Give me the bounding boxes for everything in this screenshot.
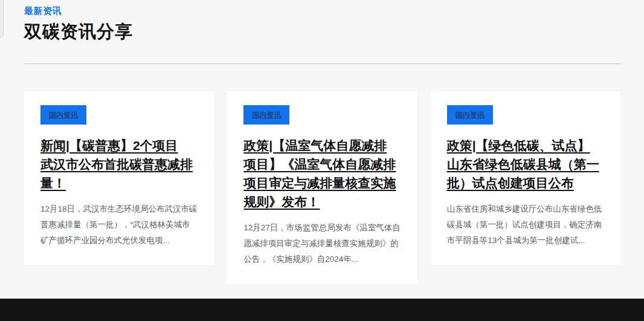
section-eyebrow: 最新资讯	[24, 5, 620, 17]
category-badge[interactable]: 国内资讯	[40, 105, 86, 125]
page-title: 双碳资讯分享	[24, 20, 620, 44]
article-excerpt: 12月27日，市场监管总局发布《温室气体自愿减排项目审定与减排量核查实施规则》的…	[243, 220, 401, 267]
article-title-link[interactable]: 政策|【绿色低碳、试点】 山东省绿色低碳县城（第一 批）试点创建项目公布	[447, 136, 604, 192]
footer-bar	[0, 299, 644, 321]
article-title-link[interactable]: 新闻|【碳普惠】2个项目 武汉市公布首批碳普惠减排 量！	[40, 136, 198, 192]
category-badge[interactable]: 国内资讯	[243, 105, 289, 125]
scrollbar-remnant	[0, 0, 4, 37]
news-card: 国内资讯 政策|【温室气体自愿减排 项目】《温室气体自愿减排 项目审定与减排量核…	[227, 91, 417, 284]
article-title-link[interactable]: 政策|【温室气体自愿减排 项目】《温室气体自愿减排 项目审定与减排量核查实施 规…	[243, 136, 401, 211]
section-divider	[24, 63, 620, 64]
category-badge[interactable]: 国内资讯	[447, 105, 493, 125]
news-card: 国内资讯 政策|【绿色低碳、试点】 山东省绿色低碳县城（第一 批）试点创建项目公…	[431, 91, 620, 265]
article-excerpt: 山东省住房和城乡建设厅公布山东省绿色低碳县城（第一批）试点创建项目，确定济南市平…	[447, 201, 604, 248]
news-card-list: 国内资讯 新闻|【碳普惠】2个项目 武汉市公布首批碳普惠减排 量！ 12月18日…	[24, 91, 620, 284]
news-card: 国内资讯 新闻|【碳普惠】2个项目 武汉市公布首批碳普惠减排 量！ 12月18日…	[24, 91, 214, 265]
news-section: 最新资讯 双碳资讯分享 国内资讯 新闻|【碳普惠】2个项目 武汉市公布首批碳普惠…	[0, 0, 644, 284]
article-excerpt: 12月18日，武汉市生态环境局公布武汉市碳普惠减排量（第一批），“武汉格林美城市…	[40, 201, 198, 248]
